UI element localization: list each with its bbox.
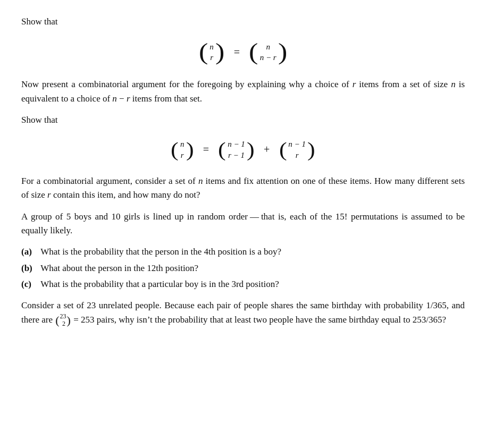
close-paren-1: ) — [215, 40, 224, 64]
question-item-c: (c) What is the probability that a parti… — [21, 277, 465, 291]
binom-bot-5: r — [296, 150, 299, 160]
inline-binom-top: 23 — [60, 313, 66, 320]
question-item-a: (a) What is the probability that the per… — [21, 245, 465, 259]
close-paren-4: ) — [247, 140, 255, 159]
close-paren-5: ) — [307, 140, 315, 159]
binom-right-2b: ( n − 1 r ) — [279, 137, 315, 163]
open-paren-1: ( — [199, 40, 208, 64]
plus-sign-1: + — [264, 143, 270, 155]
question-label-b: (b) — [21, 261, 36, 275]
binom-bot-2: n − r — [260, 52, 276, 63]
open-paren-2: ( — [249, 40, 258, 64]
formula-2: ( n r ) = ( n − 1 r − 1 ) + ( n − 1 r ) — [21, 137, 465, 163]
question-label-c: (c) — [21, 277, 36, 291]
inline-close-paren: ) — [67, 315, 71, 326]
binom-inner-1: n r — [208, 39, 215, 65]
question-list: (a) What is the probability that the per… — [21, 245, 465, 291]
question-text-a: What is the probability that the person … — [36, 245, 465, 259]
equals-sign-1: = — [234, 46, 240, 58]
open-paren-4: ( — [218, 140, 226, 159]
binom-inner-3: n r — [179, 137, 186, 163]
binom-top-3: n — [180, 139, 185, 149]
close-paren-3: ) — [186, 140, 194, 159]
binom-top-1: n — [210, 41, 214, 52]
question-label-a: (a) — [21, 245, 36, 259]
open-paren-5: ( — [279, 140, 287, 159]
binom-top-4: n − 1 — [228, 139, 245, 149]
inline-open-paren: ( — [55, 315, 59, 326]
equals-sign-2: = — [203, 143, 209, 155]
combinatorial-text-1: Now present a combinatorial argument for… — [21, 78, 465, 106]
binom-bot-1: r — [210, 52, 213, 63]
show-that-label-1: Show that — [21, 15, 465, 29]
binom-left-1: ( n r ) — [199, 38, 224, 66]
question-text-b: What about the person in the 12th positi… — [36, 261, 465, 275]
birthday-text: Consider a set of 23 unrelated people. B… — [21, 299, 465, 327]
binom-inner-4: n − 1 r − 1 — [226, 137, 247, 163]
binom-top-2: n — [266, 41, 270, 52]
page-container: Show that ( n r ) = ( n n − r ) Now pres… — [21, 15, 465, 328]
question-item-b: (b) What about the person in the 12th po… — [21, 261, 465, 275]
question-text-c: What is the probability that a particula… — [36, 277, 465, 291]
combinatorial-text-2: For a combinatorial argument, consider a… — [21, 174, 465, 202]
binom-right-1: ( n n − r ) — [249, 38, 287, 66]
binom-inner-5: n − 1 r — [287, 137, 307, 163]
binom-bot-4: r − 1 — [228, 150, 245, 160]
binom-bot-3: r — [181, 150, 184, 160]
binom-top-5: n − 1 — [288, 139, 306, 149]
binom-right-2a: ( n − 1 r − 1 ) — [218, 137, 254, 163]
inline-binom-bot: 2 — [61, 320, 65, 328]
show-that-label-2: Show that — [21, 113, 465, 127]
inline-binom-inner: 23 2 — [60, 313, 67, 328]
formula-1: ( n r ) = ( n n − r ) — [21, 38, 465, 66]
open-paren-3: ( — [171, 140, 179, 159]
binom-inner-2: n n − r — [258, 39, 278, 65]
binom-left-2: ( n r ) — [171, 137, 194, 163]
close-paren-2: ) — [278, 40, 287, 64]
inline-binom-23-2: ( 23 2 ) — [55, 313, 71, 328]
group-text: A group of 5 boys and 10 girls is lined … — [21, 210, 465, 238]
